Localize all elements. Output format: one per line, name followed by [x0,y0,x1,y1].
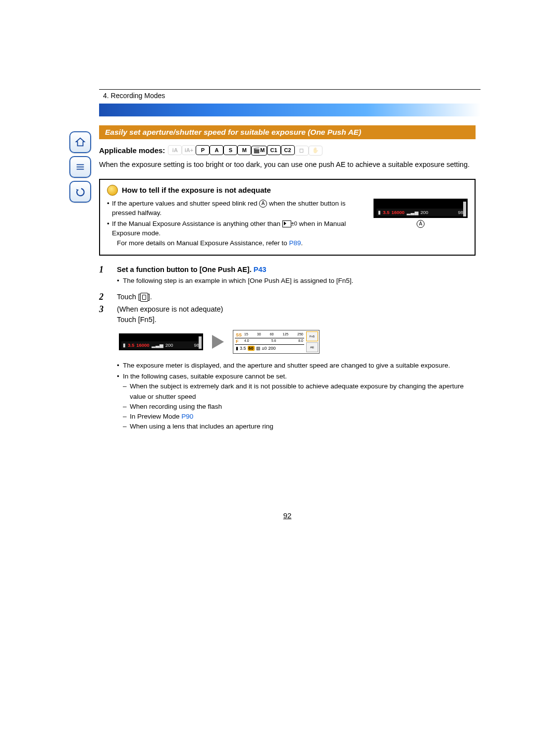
applicable-modes-row: Applicable modes: iAiA+PASM🎬MC1C2◻✋ [99,145,476,156]
mode-badge-s: S [223,145,237,155]
exposure-assist-icon [282,220,291,227]
lcd-before: ▮ 3.5 16000 ▂▃▅ 200 98 [119,333,203,350]
mode-badge-c2: C2 [281,145,295,155]
applicable-modes-label: Applicable modes: [99,146,165,155]
link-p89[interactable]: P89 [289,239,301,247]
ae-touch-button[interactable]: AE [306,342,318,352]
breadcrumb: 4. Recording Modes [99,89,481,104]
lcd-battery-icon: ▮ [378,210,381,215]
page-header: 4. Recording Modes [99,89,481,116]
lcd-iso: 200 [421,210,428,215]
tip-box: How to tell if the exposure is not adequ… [99,179,476,256]
header-accent [99,104,481,116]
lcd-after: SS 153060125250 F 4.05.68.0 ▮ 3.5 60 ▨±0… [233,330,320,354]
note-2d: When using a lens that includes an apert… [123,422,476,432]
notes-section: The exposure meter is displayed, and the… [117,361,476,432]
section-title: Easily set aperture/shutter speed for su… [99,125,476,139]
step-number-3: 3 [99,304,108,325]
lcd-count: 98 [458,210,463,215]
menu-icon [75,162,86,172]
menu-button[interactable] [69,156,91,178]
step3-action: Touch [Fn5]. [117,315,476,325]
mode-badge-a: A [210,145,223,155]
lcd-shutter: 16000 [391,210,404,215]
arrow-icon [212,335,224,349]
lcd-meter-icon: ▂▃▅ [407,210,419,215]
svg-rect-2 [77,169,84,170]
mode-badge-c1: C1 [267,145,281,155]
step-number-1: 1 [99,265,108,290]
note-2b: When recording using the flash [123,402,476,412]
lcd-preview-exposure-warning: ▮ 3.5 16000 ▂▃▅ 200 98 A [374,199,468,249]
mode-badge-m: M [237,145,251,155]
mode-badge-◻: ◻ [295,146,309,156]
back-button[interactable] [69,181,91,203]
before-after-screens: ▮ 3.5 16000 ▂▃▅ 200 98 SS 153060125250 F… [119,330,476,354]
step1-note: The following step is an example in whic… [117,276,476,286]
lightbulb-icon [107,185,118,196]
touch-tab-icon [140,293,148,302]
mode-badge-ia: iA [168,145,182,155]
svg-rect-0 [77,164,84,165]
back-icon [75,186,86,197]
step1-title: Set a function button to [One Push AE]. [117,266,254,273]
callout-a-label: A [417,220,425,228]
nav-sidebar [69,131,91,203]
mode-badge-✋: ✋ [309,146,322,156]
note-2: In the following cases, suitable exposur… [123,373,287,380]
link-p43[interactable]: P43 [254,266,267,273]
home-button[interactable] [69,131,91,153]
lcd-sidebar [463,202,466,216]
lcd-aperture: 3.5 [383,210,389,215]
tip-text: If the aperture values and shutter speed… [107,199,368,249]
svg-rect-1 [77,166,84,167]
mode-badge-p: P [196,145,210,155]
mode-badge-ia+: iA+ [182,145,196,155]
intro-text: When the exposure setting is too bright … [99,160,476,170]
home-icon [75,137,86,148]
fn5-touch-button[interactable]: Fn5 [306,331,318,341]
step3-cond: (When exposure is not adequate) [117,304,476,315]
link-p90[interactable]: P90 [181,413,193,420]
page-number: 92 [99,511,476,520]
step-number-2: 2 [99,292,108,302]
note-1: The exposure meter is displayed, and the… [117,361,476,371]
tip-title: How to tell if the exposure is not adequ… [122,186,271,194]
mode-badge-🎬m: 🎬M [251,146,267,156]
callout-a: A [259,200,267,208]
note-2a: When the subject is extremely dark and i… [123,381,476,402]
note-2c: In Preview Mode P90 [123,412,476,422]
